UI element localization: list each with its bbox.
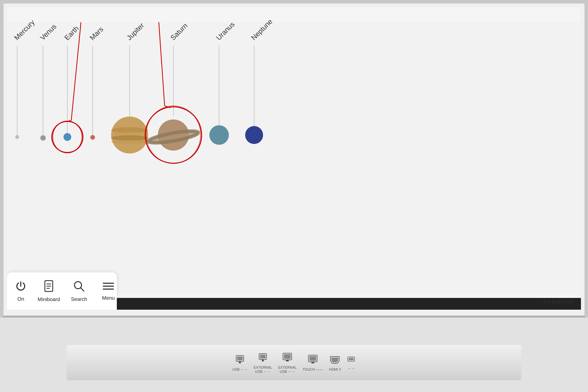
svg-point-4 bbox=[40, 135, 46, 141]
outer-background: Mercury Venus Earth Mars Jupiter bbox=[0, 0, 588, 392]
menu-icon bbox=[102, 281, 114, 293]
ext-usb1-port-icon bbox=[258, 352, 268, 364]
svg-rect-41 bbox=[237, 356, 243, 360]
search-icon bbox=[73, 280, 85, 294]
document-icon bbox=[43, 280, 55, 294]
svg-point-8 bbox=[90, 135, 95, 140]
search-label: Search bbox=[71, 296, 87, 302]
port-mini: ←→ bbox=[347, 354, 356, 371]
svg-point-14 bbox=[111, 140, 148, 144]
usb-label: USB ←→ bbox=[232, 368, 248, 372]
svg-point-22 bbox=[245, 126, 263, 144]
svg-rect-45 bbox=[262, 360, 264, 362]
monitor-bezel: Mercury Venus Earth Mars Jupiter bbox=[0, 0, 588, 322]
toolbar: On Miniboard bbox=[7, 272, 117, 310]
svg-point-6 bbox=[64, 133, 71, 141]
port-touch: TOUCH —— bbox=[302, 354, 323, 372]
svg-rect-48 bbox=[286, 360, 289, 362]
screen: Mercury Venus Earth Mars Jupiter bbox=[7, 7, 581, 310]
svg-rect-55 bbox=[349, 358, 354, 360]
samsung-logo: SAMSUNG bbox=[544, 299, 575, 305]
toolbar-item-on[interactable]: On bbox=[13, 280, 32, 302]
mini-label: ←→ bbox=[348, 366, 355, 371]
svg-rect-0 bbox=[7, 22, 581, 294]
usb-port-icon bbox=[234, 354, 246, 366]
miniboard-label: Miniboard bbox=[38, 296, 60, 302]
port-hdmi: HDMI 2 bbox=[329, 354, 341, 372]
svg-rect-44 bbox=[260, 354, 266, 358]
svg-rect-50 bbox=[310, 356, 316, 361]
touch-label: TOUCH —— bbox=[302, 368, 323, 372]
ext-usb2-label: EXTERNALUSB ←→ bbox=[278, 366, 297, 374]
stand-area: USB ←→ EXTERNALUSB ←→ bbox=[0, 318, 588, 392]
svg-point-20 bbox=[209, 125, 229, 145]
power-icon bbox=[15, 280, 27, 294]
port-ext-usb1: EXTERNALUSB ←→ bbox=[254, 352, 272, 374]
svg-rect-42 bbox=[239, 362, 241, 364]
hdmi-port-icon bbox=[330, 354, 340, 366]
port-usb: USB ←→ bbox=[232, 354, 248, 372]
svg-point-2 bbox=[15, 135, 19, 139]
port-ext-usb2: EXTERNALUSB ←→ bbox=[278, 352, 297, 374]
solar-system-scene: Mercury Venus Earth Mars Jupiter bbox=[7, 7, 581, 310]
svg-marker-53 bbox=[332, 358, 338, 362]
svg-line-36 bbox=[80, 288, 84, 291]
stand-base: USB ←→ EXTERNALUSB ←→ bbox=[67, 345, 521, 380]
svg-rect-47 bbox=[284, 354, 291, 359]
svg-rect-51 bbox=[312, 362, 314, 364]
ext-usb2-port-icon bbox=[282, 352, 293, 364]
toolbar-item-search[interactable]: Search bbox=[66, 280, 92, 302]
toolbar-item-menu[interactable]: Menu bbox=[97, 281, 120, 301]
hdmi-label: HDMI 2 bbox=[329, 368, 341, 372]
mini-port-icon bbox=[347, 354, 356, 365]
toolbar-item-miniboard[interactable]: Miniboard bbox=[32, 280, 66, 302]
touch-port-icon bbox=[308, 354, 318, 366]
on-label: On bbox=[18, 296, 24, 302]
ext-usb1-label: EXTERNALUSB ←→ bbox=[254, 366, 272, 374]
svg-point-13 bbox=[111, 135, 148, 141]
menu-label: Menu bbox=[102, 295, 115, 301]
